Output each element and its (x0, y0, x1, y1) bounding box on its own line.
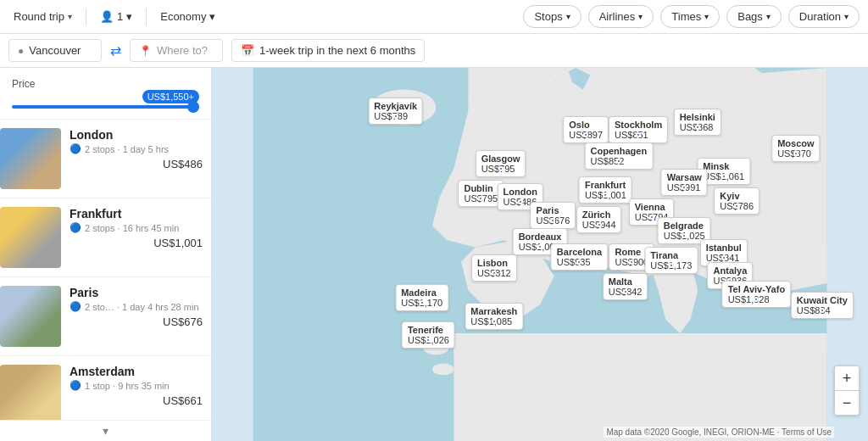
map-label-kuwait-city[interactable]: Kuwait City US$834 (791, 292, 854, 319)
flight-city-frankfurt: Frankfurt (70, 207, 203, 220)
duration-filter-button[interactable]: Duration ▾ (788, 5, 860, 28)
flight-info-frankfurt: Frankfurt 🔵 2 stops · 16 hrs 45 min US$1… (70, 207, 203, 268)
stops-chevron-icon: ▾ (566, 12, 570, 21)
map-city-name-paris: Paris (537, 205, 570, 215)
date-button[interactable]: 📅 1-week trip in the next 6 months (231, 39, 425, 62)
map-dot-dublin (478, 196, 483, 201)
left-panel: Price US$1,550+ London 🔵 2 stops · 1 day… (0, 68, 212, 441)
map-city-name-minsk: Minsk (703, 161, 744, 171)
slider-fill (12, 105, 199, 109)
map-label-oslo[interactable]: Oslo US$897 (563, 116, 609, 143)
map-label-marrakesh[interactable]: Marrakesh US$1,085 (465, 303, 523, 330)
stops-filter-button[interactable]: Stops ▾ (523, 5, 581, 28)
map-city-name-istanbul: Istanbul (706, 243, 742, 253)
flight-thumbnail-frankfurt (0, 207, 61, 268)
map-label-glasgow[interactable]: Glasgow US$795 (476, 150, 526, 177)
map-dot-warsaw (682, 185, 687, 190)
stops-value-london: 2 stops · 1 day 5 hrs (85, 144, 169, 154)
passengers-button[interactable]: 👤 1 ▾ (95, 7, 137, 26)
trip-type-button[interactable]: Round trip ▾ (8, 7, 77, 26)
map-dot-glasgow (498, 166, 504, 171)
flight-meta-frankfurt: 🔵 2 stops · 16 hrs 45 min (70, 222, 203, 233)
map-label-warsaw[interactable]: Warsaw US$991 (661, 169, 708, 196)
zoom-out-button[interactable]: − (835, 391, 859, 415)
map-city-name-madeira: Madeira (401, 287, 442, 298)
destination-input[interactable]: 📍 Where to? (130, 39, 223, 62)
map-label-zurich[interactable]: Zürich US$944 (576, 206, 622, 233)
map-label-tenerife[interactable]: Tenerife US$1,026 (402, 321, 455, 349)
flight-meta-paris: 🔵 2 sto… · 1 day 4 hrs 28 min (70, 301, 203, 312)
map-label-moscow[interactable]: Moscow US$870 (771, 135, 820, 162)
map-label-barcelona[interactable]: Barcelona US$935 (551, 243, 608, 271)
zoom-in-button[interactable]: + (835, 366, 859, 390)
map-label-tel-aviv-yafo[interactable]: Tel Aviv-Yafo US$1,028 (722, 281, 791, 308)
flight-item-amsterdam[interactable]: Amsterdam 🔵 1 stop · 9 hrs 35 min US$661 (0, 356, 211, 420)
stops-value-amsterdam: 1 stop · 9 hrs 35 min (85, 381, 170, 391)
flight-meta-london: 🔵 2 stops · 1 day 5 hrs (70, 143, 203, 154)
stops-label: Stops (534, 10, 562, 23)
map-label-madeira[interactable]: Madeira US$1,170 (395, 284, 448, 311)
map-city-name-tenerife: Tenerife (408, 325, 449, 335)
class-chevron-icon: ▾ (209, 10, 215, 23)
times-chevron-icon: ▾ (704, 12, 709, 21)
bags-filter-button[interactable]: Bags ▾ (726, 5, 782, 28)
origin-value: Vancouver (29, 44, 81, 57)
map-city-name-copenhagen: Copenhagen (591, 146, 648, 156)
flight-list: London 🔵 2 stops · 1 day 5 hrs US$486 Fr… (0, 120, 211, 420)
map-dot-tenerife (426, 338, 431, 343)
map-label-malta[interactable]: Malta US$842 (603, 273, 648, 300)
map-dot-belgrade (682, 233, 687, 238)
map-city-name-zurich: Zürich (582, 209, 616, 220)
map-dot-lisbon (492, 271, 497, 276)
map-city-name-glasgow: Glasgow (481, 154, 520, 164)
map-label-lisbon[interactable]: Lisbon US$812 (471, 254, 517, 282)
map-dot-madeira (420, 300, 425, 305)
destination-placeholder: Where to? (157, 44, 208, 57)
map-label-reykjavik[interactable]: Reykjavík US$789 (368, 98, 423, 125)
class-button[interactable]: Economy ▾ (155, 7, 220, 26)
map-city-name-vienna: Vienna (635, 202, 669, 212)
trip-type-label: Round trip (14, 10, 64, 23)
flight-info-paris: Paris 🔵 2 sto… · 1 day 4 hrs 28 min US$6… (70, 286, 203, 347)
map-area: Reykjavík US$789 Oslo US$897 Stockholm U… (212, 68, 868, 441)
divider2 (146, 8, 147, 25)
map-dot-barcelona (576, 260, 581, 265)
map-label-tirana[interactable]: Tirana US$1,173 (644, 247, 698, 274)
swap-icon[interactable]: ⇄ (110, 42, 121, 59)
flight-item-paris[interactable]: Paris 🔵 2 sto… · 1 day 4 hrs 28 min US$6… (0, 277, 211, 356)
airlines-filter-button[interactable]: Airlines ▾ (588, 5, 654, 28)
map-dot-kyiv (734, 204, 739, 209)
origin-input[interactable]: ● Vancouver (8, 39, 102, 62)
price-slider[interactable]: US$1,550+ (12, 105, 199, 109)
flight-thumbnail-paris (0, 286, 61, 347)
scroll-down-indicator[interactable]: ▾ (0, 420, 211, 441)
flight-item-frankfurt[interactable]: Frankfurt 🔵 2 stops · 16 hrs 45 min US$1… (0, 198, 211, 277)
flight-item-london[interactable]: London 🔵 2 stops · 1 day 5 hrs US$486 (0, 120, 211, 198)
map-dot-rome (629, 260, 634, 265)
flight-city-london: London (70, 128, 203, 142)
date-label: 1-week trip in the next 6 months (259, 44, 415, 57)
map-city-name-barcelona: Barcelona (557, 247, 602, 257)
airlines-label: Airlines (599, 10, 636, 23)
flight-price-amsterdam: US$661 (70, 394, 203, 407)
destination-pin-icon: 📍 (139, 45, 152, 57)
map-dot-london (518, 199, 523, 204)
map-label-paris[interactable]: Paris US$676 (531, 202, 576, 229)
map-label-stockholm[interactable]: Stockholm US$851 (609, 116, 668, 143)
map-city-name-belgrade: Belgrade (664, 220, 705, 231)
times-filter-button[interactable]: Times ▾ (660, 5, 720, 28)
slider-thumb[interactable] (187, 101, 199, 113)
map-city-name-kuwait-city: Kuwait City (797, 295, 848, 305)
flight-info-amsterdam: Amsterdam 🔵 1 stop · 9 hrs 35 min US$661 (70, 365, 203, 420)
map-label-frankfurt[interactable]: Frankfurt US$1,001 (579, 176, 632, 204)
map-dot-bordeaux (537, 244, 542, 249)
map-label-copenhagen[interactable]: Copenhagen US$852 (585, 142, 654, 170)
filter-area: Stops ▾ Airlines ▾ Times ▾ Bags ▾ Durati… (523, 5, 860, 28)
map-dot-moscow (793, 151, 798, 156)
map-label-helsinki[interactable]: Helsinki US$868 (674, 109, 721, 136)
flight-price-paris: US$676 (70, 315, 203, 328)
flight-price-frankfurt: US$1,001 (70, 237, 203, 249)
bags-chevron-icon: ▾ (766, 12, 771, 21)
map-dot-copenhagen (616, 159, 621, 164)
map-label-kyiv[interactable]: Kyiv US$786 (714, 187, 760, 215)
